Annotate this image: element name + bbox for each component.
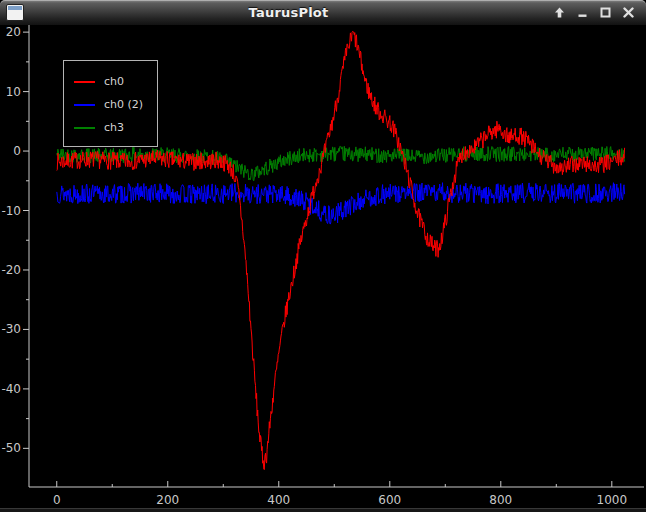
y-tick-label: -10 bbox=[1, 204, 21, 218]
minimize-button[interactable] bbox=[576, 6, 589, 20]
y-tick-label: 0 bbox=[13, 144, 21, 158]
y-tick-label: 20 bbox=[6, 25, 21, 39]
minimize-icon bbox=[577, 7, 588, 18]
x-tick-label: 400 bbox=[267, 493, 290, 507]
legend-line-sample-0 bbox=[74, 81, 95, 83]
legend: ch0 ch0 (2) ch3 bbox=[63, 60, 158, 147]
legend-label-1: ch0 (2) bbox=[104, 99, 143, 110]
legend-label-2: ch3 bbox=[104, 122, 124, 133]
y-tick-label: -40 bbox=[1, 382, 21, 396]
plot-area[interactable]: 0200400600800100020100-10-20-30-40-50 ch… bbox=[0, 25, 646, 512]
titlebar-buttons bbox=[553, 6, 635, 20]
maximize-icon bbox=[600, 7, 611, 18]
titlebar[interactable]: TaurusPlot bbox=[0, 0, 646, 25]
y-tick-label: -30 bbox=[1, 322, 21, 336]
legend-line-sample-2 bbox=[74, 127, 95, 129]
shade-button[interactable] bbox=[553, 6, 566, 20]
maximize-button[interactable] bbox=[599, 6, 612, 20]
window-title: TaurusPlot bbox=[24, 5, 553, 20]
x-tick-label: 1000 bbox=[597, 493, 628, 507]
legend-label-0: ch0 bbox=[104, 76, 124, 87]
legend-item-1[interactable]: ch0 (2) bbox=[74, 93, 157, 116]
y-tick-label: -50 bbox=[1, 441, 21, 455]
y-tick-label: 10 bbox=[6, 85, 21, 99]
x-tick-label: 200 bbox=[156, 493, 179, 507]
legend-item-0[interactable]: ch0 bbox=[74, 70, 157, 93]
close-icon bbox=[623, 7, 634, 18]
up-arrow-icon bbox=[554, 7, 565, 18]
legend-line-sample-1 bbox=[74, 104, 95, 106]
taurusplot-window: TaurusPlot bbox=[0, 0, 646, 512]
close-button[interactable] bbox=[622, 6, 635, 20]
legend-item-2[interactable]: ch3 bbox=[74, 116, 157, 139]
x-tick-label: 800 bbox=[489, 493, 512, 507]
window-icon[interactable] bbox=[6, 4, 24, 21]
y-tick-label: -20 bbox=[1, 263, 21, 277]
x-tick-label: 0 bbox=[53, 493, 61, 507]
x-tick-label: 600 bbox=[378, 493, 401, 507]
curve-ch0-2- bbox=[57, 183, 625, 224]
window-icon-bar bbox=[8, 6, 22, 10]
